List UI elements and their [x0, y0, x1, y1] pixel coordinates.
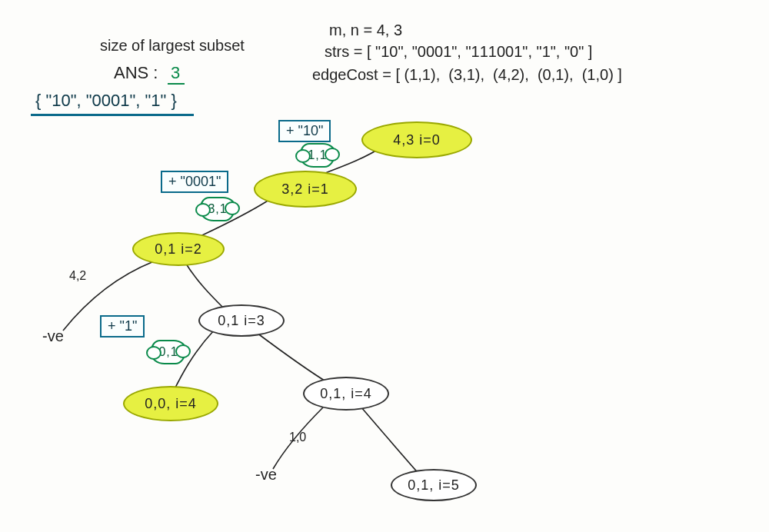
cost-cloud-0001: 3,1 [200, 197, 235, 221]
taken-label-1: + "1" [100, 315, 145, 337]
tree-node-i4: 0,1, i=4 [303, 377, 389, 411]
mn-line: m, n = 4, 3 [329, 22, 402, 39]
ans-underline [168, 83, 185, 85]
tree-node-i2: 0,1 i=2 [132, 232, 225, 266]
edge-cost-10: 1,0 [289, 431, 306, 444]
title-text: size of largest subset [100, 37, 245, 55]
taken-label-0001: + "0001" [161, 171, 228, 193]
neg-result-2: -ve [255, 466, 277, 484]
taken-label-10: + "10" [278, 120, 331, 142]
tree-node-i5: 0,1, i=5 [391, 469, 477, 501]
diagram-stage: size of largest subset ANS : 3 { "10", "… [0, 0, 769, 532]
solution-underline [31, 114, 194, 116]
edgecost-line: edgeCost = [ (1,1), (3,1), (4,2), (0,1),… [312, 66, 622, 84]
edge-cost-42: 4,2 [69, 269, 86, 283]
cost-cloud-1: 0,1 [151, 340, 186, 364]
cost-cloud-10: 1,1 [300, 143, 335, 168]
tree-node-i3: 0,1 i=3 [198, 304, 285, 337]
solution-set: { "10", "0001", "1" } [35, 91, 177, 111]
neg-result-1: -ve [42, 328, 64, 345]
ans-label: ANS : [114, 63, 158, 83]
strs-line: strs = [ "10", "0001", "111001", "1", "0… [325, 43, 592, 61]
tree-node-i4hl: 0,0, i=4 [123, 386, 218, 421]
ans-value: 3 [171, 63, 180, 83]
tree-node-i1: 3,2 i=1 [254, 171, 357, 208]
tree-node-root: 4,3 i=0 [361, 121, 472, 158]
